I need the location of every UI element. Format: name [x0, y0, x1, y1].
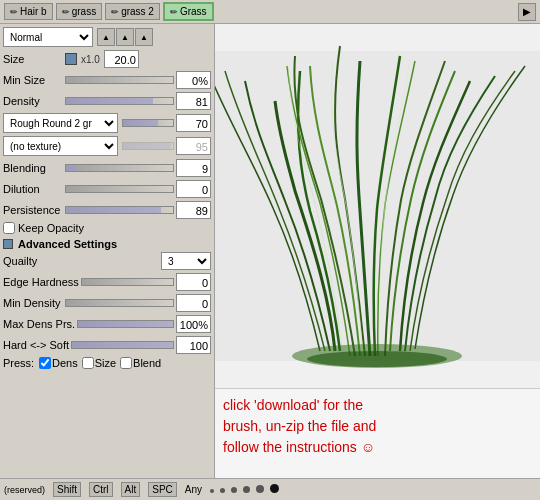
brush-type-value[interactable]: 70	[176, 114, 211, 132]
shape-btn-3[interactable]: ▲	[135, 28, 153, 46]
spc-key[interactable]: SPC	[148, 482, 177, 497]
min-size-value[interactable]: 0%	[176, 71, 211, 89]
brush-icon-grass3: ✏	[170, 7, 178, 17]
blend-mode-select[interactable]: Normal	[3, 27, 93, 47]
tab-grass1[interactable]: ✏ grass	[56, 3, 102, 20]
press-size: Size	[82, 357, 116, 369]
min-size-row: Min Size 0%	[3, 71, 211, 89]
hard-soft-row: Hard <-> Soft 100	[3, 336, 211, 354]
density-slider[interactable]	[65, 97, 174, 105]
shift-key[interactable]: Shift	[53, 482, 81, 497]
brush-icon-hair: ✏	[10, 7, 18, 17]
persistence-value[interactable]: 89	[176, 201, 211, 219]
texture-select[interactable]: (no texture)	[3, 136, 118, 156]
grass-canvas	[215, 24, 540, 388]
dot-0.7[interactable]	[210, 484, 214, 495]
press-row: Press: Dens Size Blend	[3, 357, 211, 369]
dot-2.3[interactable]	[270, 484, 279, 495]
press-dens-checkbox[interactable]	[39, 357, 51, 369]
hard-soft-value[interactable]: 100	[176, 336, 211, 354]
ctrl-key[interactable]: Ctrl	[89, 482, 113, 497]
edge-hardness-slider[interactable]	[81, 278, 174, 286]
blend-mode-row: Normal ▲ ▲ ▲	[3, 27, 211, 47]
press-blend-label: Blend	[133, 357, 161, 369]
persistence-row: Persistence 89	[3, 201, 211, 219]
advanced-label: Advanced Settings	[18, 238, 117, 250]
tab-hair[interactable]: ✏ Hair b	[4, 3, 53, 20]
min-density-slider[interactable]	[65, 299, 174, 307]
tab-grass1-label: grass	[72, 6, 96, 17]
max-dens-value[interactable]: 100%	[176, 315, 211, 333]
press-label: Press:	[3, 357, 35, 369]
svg-point-2	[307, 351, 447, 367]
brush-icon-grass2: ✏	[111, 7, 119, 17]
min-size-slider[interactable]	[65, 76, 174, 84]
brush-type-select[interactable]: Rough Round 2 gr	[3, 113, 118, 133]
tab-grass2[interactable]: ✏ grass 2	[105, 3, 160, 20]
hard-soft-label: Hard <-> Soft	[3, 339, 69, 351]
size-multiplier: x1.0	[81, 54, 100, 65]
shape-btn-1[interactable]: ▲	[97, 28, 115, 46]
dot-0.8[interactable]	[220, 484, 225, 495]
edge-hardness-value[interactable]: 0	[176, 273, 211, 291]
dilution-slider[interactable]	[65, 185, 174, 193]
instruction-area: click 'download' for the brush, un-zip t…	[215, 388, 540, 478]
press-blend: Blend	[120, 357, 161, 369]
min-density-value[interactable]: 0	[176, 294, 211, 312]
size-value[interactable]: 20.0	[104, 50, 139, 68]
keep-opacity-label: Keep Opacity	[18, 222, 84, 234]
min-density-row: Min Density 0	[3, 294, 211, 312]
quality-label: Quailty	[3, 255, 63, 267]
scroll-right[interactable]: ▶	[518, 3, 536, 21]
dilution-row: Dilution 0	[3, 180, 211, 198]
dot-1.5[interactable]	[243, 484, 250, 495]
tab-grass3-label: Grass	[180, 6, 207, 17]
press-size-label: Size	[95, 357, 116, 369]
shape-btn-2[interactable]: ▲	[116, 28, 134, 46]
left-panel: Normal ▲ ▲ ▲ Size x1.0 20.0 Min Size 0% …	[0, 24, 215, 478]
alt-key[interactable]: Alt	[121, 482, 141, 497]
size-row: Size x1.0 20.0	[3, 50, 211, 68]
tab-hair-label: Hair b	[20, 6, 47, 17]
keep-opacity-checkbox[interactable]	[3, 222, 15, 234]
quality-select[interactable]: 3	[161, 252, 211, 270]
texture-slider[interactable]	[122, 142, 174, 150]
dot-1[interactable]	[231, 484, 237, 495]
blending-label: Blending	[3, 162, 63, 174]
scroll-right-btn[interactable]: ▶	[518, 3, 536, 21]
brush-type-row: Rough Round 2 gr 70	[3, 113, 211, 133]
advanced-icon	[3, 239, 13, 249]
density-value[interactable]: 81	[176, 92, 211, 110]
press-dens-label: Dens	[52, 357, 78, 369]
blending-slider[interactable]	[65, 164, 174, 172]
max-dens-label: Max Dens Prs.	[3, 318, 75, 330]
dot-2[interactable]	[256, 484, 264, 495]
blending-value[interactable]: 9	[176, 159, 211, 177]
brush-type-slider[interactable]	[122, 119, 174, 127]
press-size-checkbox[interactable]	[82, 357, 94, 369]
max-dens-row: Max Dens Prs. 100%	[3, 315, 211, 333]
press-blend-checkbox[interactable]	[120, 357, 132, 369]
shape-buttons: ▲ ▲ ▲	[97, 28, 153, 46]
tab-grass3[interactable]: ✏ Grass	[163, 2, 214, 21]
size-label: Size	[3, 53, 63, 65]
hard-soft-slider[interactable]	[71, 341, 174, 349]
persistence-slider[interactable]	[65, 206, 174, 214]
min-density-label: Min Density	[3, 297, 63, 309]
tab-grass2-label: grass 2	[121, 6, 154, 17]
max-dens-slider[interactable]	[77, 320, 174, 328]
blending-row: Blending 9	[3, 159, 211, 177]
dilution-label: Dilution	[3, 183, 63, 195]
main-area: Normal ▲ ▲ ▲ Size x1.0 20.0 Min Size 0% …	[0, 24, 540, 478]
grass-svg	[215, 24, 540, 388]
edge-hardness-row: Edge Hardness 0	[3, 273, 211, 291]
brush-sizes	[210, 484, 279, 495]
instruction-text: click 'download' for the brush, un-zip t…	[223, 395, 532, 458]
persistence-label: Persistence	[3, 204, 63, 216]
density-label: Density	[3, 95, 63, 107]
dilution-value[interactable]: 0	[176, 180, 211, 198]
size-icon	[65, 53, 77, 65]
edge-hardness-label: Edge Hardness	[3, 276, 79, 288]
texture-value[interactable]: 95	[176, 137, 211, 155]
texture-row: (no texture) 95	[3, 136, 211, 156]
